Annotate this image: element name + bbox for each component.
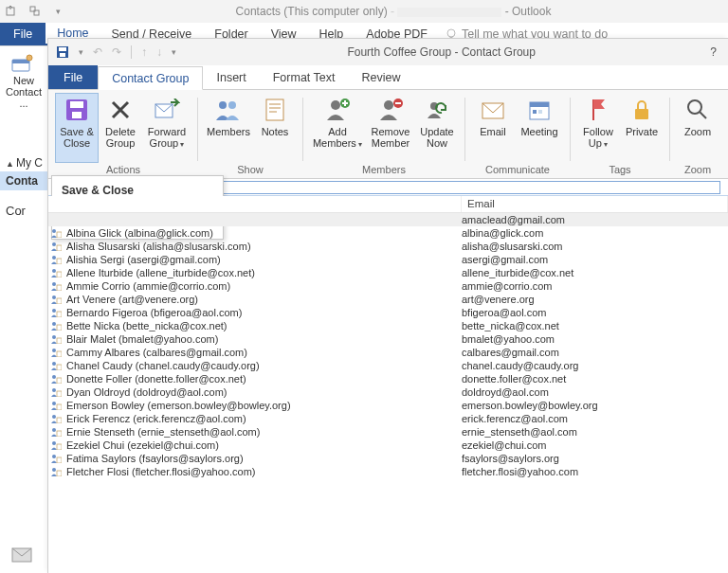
svg-point-33: [52, 229, 56, 233]
column-header-email[interactable]: Email: [462, 196, 728, 212]
popup-prev-icon[interactable]: ↑: [141, 45, 147, 59]
member-email: bette_nicka@cox.net: [462, 320, 728, 331]
svg-point-21: [384, 100, 393, 110]
my-contacts-header[interactable]: ▲My C: [0, 152, 47, 171]
member-name: Cammy Albares (calbares@gmail.com): [66, 347, 462, 358]
contact-icon: [50, 228, 64, 238]
private-button[interactable]: Private: [621, 94, 663, 162]
member-row[interactable]: Fletcher Flosi (fletcher.flosi@yahoo.com…: [48, 465, 728, 478]
members-list: x Email amaclead@gmail.comAlbina Glick (…: [48, 196, 728, 573]
member-row[interactable]: Alishia Sergi (asergi@gmail.com)asergi@g…: [48, 253, 728, 266]
popup-tab-review[interactable]: Review: [348, 65, 413, 89]
main-tab-file[interactable]: File: [0, 23, 46, 45]
popup-redo-icon[interactable]: ↷: [112, 45, 121, 59]
popup-undo-icon[interactable]: ↶: [93, 45, 102, 59]
svg-point-19: [331, 100, 340, 110]
update-now-button[interactable]: Update Now: [416, 94, 458, 162]
contacts-folder-row[interactable]: Conta: [0, 171, 47, 190]
group-name-input[interactable]: [219, 181, 720, 194]
popup-qat-dropdown-icon[interactable]: ▾: [79, 47, 83, 57]
main-titlebar: ▾ Contacts (This computer only) - - Outl…: [0, 0, 728, 23]
member-email: doldroyd@aol.com: [462, 386, 728, 398]
member-row[interactable]: Chanel Caudy (chanel.caudy@caudy.org)cha…: [48, 359, 728, 372]
forward-group-button[interactable]: Forward Group: [143, 94, 191, 162]
qat-send-receive-icon[interactable]: [6, 5, 19, 18]
member-row[interactable]: Bette Nicka (bette_nicka@cox.net)bette_n…: [48, 319, 728, 332]
remove-member-button[interactable]: Remove Member: [367, 94, 414, 162]
qat-undo-icon[interactable]: [28, 5, 42, 18]
member-name: Erick Ferencz (erick.ferencz@aol.com): [66, 413, 462, 424]
popup-tab-file[interactable]: File: [48, 65, 98, 89]
member-name: Dyan Oldroyd (doldroyd@aol.com): [66, 386, 462, 398]
zoom-button[interactable]: Zoom: [677, 94, 719, 162]
member-row[interactable]: Fatima Saylors (fsaylors@saylors.org)fsa…: [48, 452, 728, 465]
svg-rect-60: [57, 404, 62, 410]
svg-point-47: [52, 322, 56, 326]
member-row[interactable]: Dyan Oldroyd (doldroyd@aol.com)doldroyd@…: [48, 385, 728, 399]
contact-icon: [50, 361, 64, 370]
email-button[interactable]: Email: [472, 94, 514, 162]
member-name: Fletcher Flosi (fletcher.flosi@yahoo.com…: [66, 466, 462, 477]
svg-rect-6: [12, 60, 29, 63]
svg-rect-29: [635, 109, 648, 119]
save-and-close-button[interactable]: Save & Close: [56, 94, 98, 162]
main-left-column: New Contact ... ▲My C Conta Cor: [0, 45, 47, 573]
svg-rect-66: [57, 444, 62, 450]
ribbon-group-actions: Save & Close Delete Group Forward Group …: [52, 94, 194, 178]
meeting-button[interactable]: Meeting: [516, 94, 563, 162]
member-row[interactable]: Albina Glick (albina@glick.com)albina@gl…: [48, 226, 728, 240]
follow-up-button[interactable]: Follow Up: [577, 94, 619, 162]
column-header-name[interactable]: x: [48, 196, 462, 212]
member-row[interactable]: amaclead@gmail.com: [48, 213, 728, 226]
member-row[interactable]: Blair Malet (bmalet@yahoo.com)bmalet@yah…: [48, 332, 728, 346]
help-button[interactable]: ?: [706, 45, 720, 59]
contact-icon: [50, 348, 64, 357]
member-row[interactable]: Ammie Corrio (ammie@corrio.com)ammie@cor…: [48, 279, 728, 293]
svg-rect-18: [266, 99, 283, 120]
svg-point-3: [447, 29, 455, 37]
popup-save-icon[interactable]: [56, 45, 69, 59]
member-name: Bernardo Figeroa (bfigeroa@aol.com): [66, 307, 462, 318]
qat-dropdown-icon[interactable]: ▾: [51, 5, 64, 18]
svg-rect-26: [530, 102, 549, 107]
mail-nav-icon[interactable]: [11, 547, 32, 563]
svg-point-45: [52, 309, 56, 313]
svg-point-30: [688, 100, 701, 114]
member-row[interactable]: Erick Ferencz (erick.ferencz@aol.com)eri…: [48, 412, 728, 425]
contact-icon: [50, 440, 64, 450]
notes-button[interactable]: Notes: [254, 94, 296, 162]
member-row[interactable]: Emerson Bowley (emerson.bowley@bowley.or…: [48, 399, 728, 412]
contact-icon: [50, 454, 64, 463]
svg-rect-62: [57, 418, 62, 423]
members-button[interactable]: Members: [205, 94, 252, 162]
member-email: albina@glick.com: [462, 227, 728, 239]
svg-point-63: [52, 428, 56, 432]
popup-next-icon[interactable]: ↓: [156, 45, 162, 59]
member-name: Alishia Sergi (asergi@gmail.com): [66, 254, 462, 265]
svg-point-35: [52, 242, 56, 246]
member-row[interactable]: Alisha Slusarski (alisha@slusarski.com)a…: [48, 240, 728, 253]
svg-point-16: [219, 101, 227, 109]
main-title-right: - Outlook: [505, 5, 552, 18]
member-row[interactable]: Ezekiel Chui (ezekiel@chui.com)ezekiel@c…: [48, 439, 728, 452]
delete-group-button[interactable]: Delete Group: [100, 94, 141, 162]
ribbon-group-tags-label: Tags: [577, 162, 663, 178]
ribbon-group-members-label: Members: [310, 162, 458, 178]
member-row[interactable]: Donette Foller (donette.foller@cox.net)d…: [48, 372, 728, 385]
new-contact-group-button[interactable]: New Contact ...: [0, 46, 47, 116]
member-email: amaclead@gmail.com: [462, 214, 728, 225]
svg-rect-68: [57, 457, 62, 463]
popup-tab-contact-group[interactable]: Contact Group: [98, 66, 203, 90]
member-row[interactable]: Cammy Albares (calbares@gmail.com)calbar…: [48, 346, 728, 359]
member-row[interactable]: Ernie Stenseth (ernie_stenseth@aol.com)e…: [48, 425, 728, 439]
svg-point-37: [52, 256, 56, 260]
svg-point-39: [52, 269, 56, 273]
popup-tab-insert[interactable]: Insert: [203, 65, 259, 89]
cor-folder-row[interactable]: Cor: [0, 190, 47, 221]
member-row[interactable]: Bernardo Figeroa (bfigeroa@aol.com)bfige…: [48, 306, 728, 319]
member-row[interactable]: Art Venere (art@venere.org)art@venere.or…: [48, 293, 728, 306]
contact-icon: [50, 387, 64, 397]
member-row[interactable]: Allene Iturbide (allene_iturbide@cox.net…: [48, 266, 728, 279]
add-members-button[interactable]: Add Members: [310, 94, 365, 162]
popup-tab-format-text[interactable]: Format Text: [260, 65, 349, 89]
